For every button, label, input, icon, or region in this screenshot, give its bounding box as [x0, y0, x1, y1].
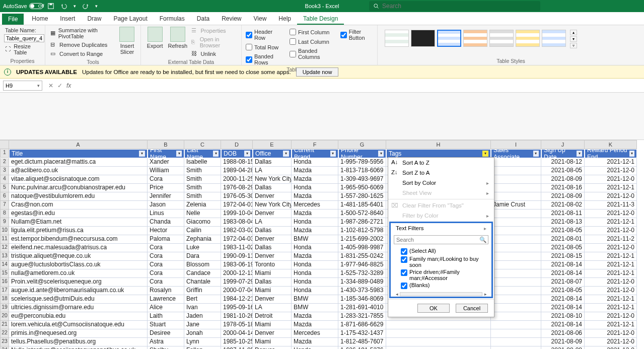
styles-scroll-down-icon[interactable]: ▾ — [570, 36, 577, 42]
row-head-13[interactable]: 13 — [0, 252, 9, 261]
cell[interactable]: Smith — [184, 192, 221, 201]
col-head-B[interactable]: B — [148, 140, 184, 149]
cell[interactable]: Alice — [148, 304, 184, 312]
sort-za-item[interactable]: Z↓Sort Z to A — [388, 168, 494, 178]
cell[interactable]: Griffin — [184, 287, 221, 295]
cell[interactable] — [491, 346, 541, 349]
cell[interactable]: 1984-12-21 — [221, 295, 253, 304]
cell[interactable]: Denver — [253, 252, 292, 261]
cell[interactable]: William — [148, 167, 184, 175]
cell[interactable]: Honda — [292, 278, 338, 287]
cell[interactable]: 2021-08-05 — [541, 244, 585, 252]
export-button[interactable]: Export — [145, 27, 165, 58]
cell[interactable]: 2021-08-01 — [541, 235, 585, 244]
cell[interactable]: Smith — [184, 175, 221, 184]
cell[interactable]: 2021-08-05 — [541, 227, 585, 235]
cell[interactable] — [386, 346, 491, 349]
row-head-9[interactable]: 9 — [0, 218, 9, 227]
cell[interactable]: 2021-08-07 — [541, 278, 585, 287]
cell[interactable]: 2000-07-04 — [221, 287, 253, 295]
cell[interactable]: 2021-12-0 — [585, 312, 637, 321]
cell[interactable] — [491, 304, 541, 312]
cell[interactable]: 2000-11-25 — [221, 175, 253, 184]
cell[interactable]: Candace — [184, 269, 221, 278]
cell[interactable]: 2021-12-0 — [585, 346, 637, 349]
filter-checkbox-item[interactable]: (Select All) — [401, 247, 487, 255]
row-head-12[interactable]: 12 — [0, 244, 9, 252]
cell[interactable]: Blossom — [184, 261, 221, 269]
cell[interactable]: 1-995-789-5956 — [338, 158, 386, 167]
filter-dropdown-icon[interactable]: ▾ — [577, 151, 582, 157]
cell[interactable]: Stuart — [148, 321, 184, 329]
row-head-2[interactable]: 2 — [0, 158, 9, 167]
cell[interactable]: Dallas — [253, 278, 292, 287]
cell[interactable]: Cras@non.com — [9, 201, 148, 210]
table-style-1[interactable] — [385, 30, 409, 47]
cell[interactable]: 2021-12-0 — [585, 227, 637, 235]
table-header-dob[interactable]: DOB▾ — [221, 149, 253, 158]
tab-home[interactable]: Home — [26, 13, 54, 25]
cell[interactable]: Toronto — [253, 261, 292, 269]
row-head-21[interactable]: 21 — [0, 321, 9, 329]
cell[interactable] — [491, 295, 541, 304]
filter-ok-button[interactable]: OK — [417, 304, 450, 313]
cell[interactable]: 1972-04-01 — [221, 201, 253, 210]
row-head-8[interactable]: 8 — [0, 210, 9, 218]
filter-checkbox-item[interactable]: Family man;#Looking to buy soon — [401, 255, 487, 268]
row-head-23[interactable]: 23 — [0, 338, 9, 346]
table-style-7[interactable] — [542, 30, 566, 47]
cell[interactable]: eget.dictum.placerat@mattis.ca — [9, 158, 148, 167]
cell[interactable] — [491, 227, 541, 235]
cell[interactable]: Miami — [253, 287, 292, 295]
cell[interactable]: ultricies.dignissim@ornare.edu — [9, 304, 148, 312]
cell[interactable]: 2021-08-10 — [541, 312, 585, 321]
filter-hscroll[interactable]: ◂▸ — [391, 292, 491, 297]
cell[interactable]: Cora — [148, 278, 184, 287]
open-browser-button[interactable]: ⎘Open in Browser — [190, 36, 237, 49]
styles-scroll-up-icon[interactable]: ▴ — [570, 30, 577, 35]
cell[interactable]: 2021-11-3 — [585, 201, 637, 210]
cell[interactable] — [386, 338, 491, 346]
cell[interactable]: 2021-12-0 — [585, 175, 637, 184]
cell[interactable]: BMW — [292, 304, 338, 312]
select-all-corner[interactable] — [0, 140, 9, 149]
cell[interactable]: est.tempor.bibendum@neccursusa.com — [9, 235, 148, 244]
cell[interactable]: 1-102-812-5798 — [338, 227, 386, 235]
cell[interactable]: 1982-03-02 — [221, 227, 253, 235]
cell[interactable]: LA — [253, 304, 292, 312]
cell[interactable]: 2021-12-1 — [585, 269, 637, 278]
chk-first-col[interactable]: First Column — [290, 29, 333, 35]
styles-more-icon[interactable]: ▿ — [570, 43, 577, 48]
cell[interactable]: Mazda — [292, 321, 338, 329]
cell[interactable]: 2021-08-15 — [541, 252, 585, 261]
filter-search-input[interactable] — [394, 235, 488, 244]
table-header-title[interactable]: Title▾ — [9, 149, 148, 158]
cell[interactable]: Lawrence — [148, 295, 184, 304]
row-head-14[interactable]: 14 — [0, 261, 9, 269]
cell[interactable]: Cora — [148, 244, 184, 252]
cell[interactable] — [491, 235, 541, 244]
row-head-17[interactable]: 17 — [0, 287, 9, 295]
col-head-H[interactable]: H — [386, 140, 491, 149]
cell[interactable]: 2021-08-14 — [541, 321, 585, 329]
cell[interactable]: augue.id.ante@liberomaurisaliquam.co.uk — [9, 287, 148, 295]
cell[interactable]: 2000-12-13 — [221, 269, 253, 278]
cell[interactable]: 2021-12-1 — [585, 158, 637, 167]
cell[interactable]: 1-977-946-8825 — [338, 261, 386, 269]
cell[interactable]: Denver — [253, 346, 292, 349]
cell[interactable]: 1976-05-30 — [221, 192, 253, 201]
cell[interactable]: Giacomo — [184, 218, 221, 227]
sort-az-item[interactable]: A↓Sort A to Z — [388, 158, 494, 168]
cell[interactable]: 2021-12-0 — [585, 192, 637, 201]
row-head-6[interactable]: 6 — [0, 192, 9, 201]
row-head-22[interactable]: 22 — [0, 329, 9, 338]
cell[interactable]: Linus — [148, 210, 184, 218]
col-head-J[interactable]: J — [541, 140, 585, 149]
cell[interactable] — [491, 218, 541, 227]
cell[interactable]: 1-831-255-0242 — [338, 252, 386, 261]
cell[interactable]: 2021-08-14 — [541, 304, 585, 312]
cell[interactable]: 1-309-493-9697 — [338, 175, 386, 184]
sort-by-color-item[interactable]: Sort by Color▸ — [388, 178, 494, 188]
cell[interactable]: 1-283-321-7855 — [338, 312, 386, 321]
table-style-3-selected[interactable] — [437, 30, 461, 47]
